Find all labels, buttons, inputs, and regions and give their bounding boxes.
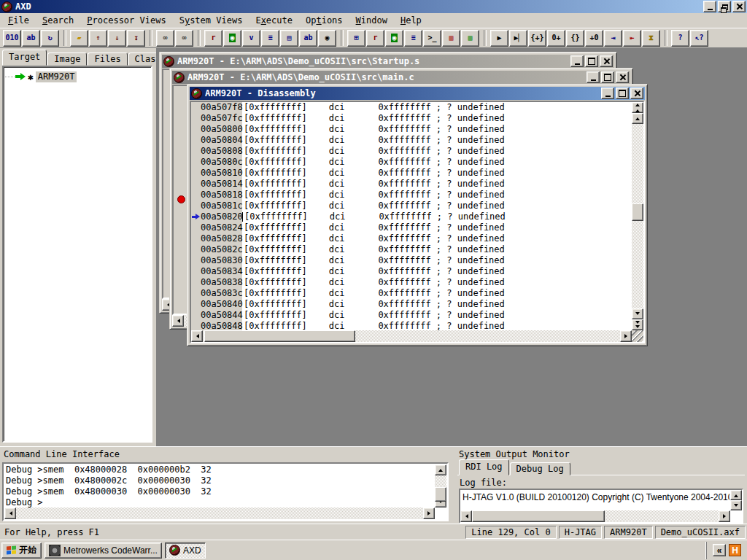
console-button[interactable]: >_ [423, 30, 441, 47]
disassembly-row[interactable]: 00a50808 [0xffffffff] dci 0xffffffff ; ?… [191, 146, 632, 157]
menu-help[interactable]: Help [394, 14, 428, 27]
cli-output[interactable]: Debug >smem 0x48000028 0x000000b2 32Debu… [6, 464, 435, 508]
close-button[interactable] [616, 71, 629, 83]
disassembly-row[interactable]: 00a50800 [0xffffffff] dci 0xffffffff ; ?… [191, 124, 632, 135]
minimize-button[interactable] [601, 88, 614, 99]
disassembly-row[interactable]: 00a50814 [0xffffffff] dci 0xffffffff ; ?… [191, 179, 632, 190]
step-over-button[interactable]: 0+ [547, 30, 565, 47]
horizontal-scrollbar[interactable] [4, 508, 435, 519]
memory-view-button[interactable]: ◉ [385, 30, 403, 47]
scroll-left-button[interactable] [172, 315, 184, 327]
window-disassembly[interactable]: ARM920T - Disassembly 00a507f8 [0xffffff… [187, 84, 648, 346]
scroll-up-button[interactable] [632, 113, 643, 124]
close-button[interactable] [630, 88, 643, 99]
find-button[interactable]: ∞ [156, 30, 174, 47]
disassembly-row[interactable]: 00a50838 [0xffffffff] dci 0xffffffff ; ?… [191, 277, 632, 288]
horizontal-scrollbar[interactable] [191, 330, 632, 342]
scroll-track[interactable] [203, 330, 620, 342]
scroll-thumb[interactable] [204, 330, 355, 342]
disassembly-row[interactable]: 00a50810 [0xffffffff] dci 0xffffffff ; ?… [191, 168, 632, 179]
disassembly-row[interactable]: 00a50848 [0xffffffff] dci 0xffffffff ; ?… [191, 321, 632, 330]
tab-debug-log[interactable]: Debug Log [510, 462, 570, 475]
go-button[interactable]: ▶ [490, 30, 508, 47]
watchpoints-button[interactable]: ▥ [461, 30, 479, 47]
close-button[interactable] [732, 1, 746, 12]
disassembly-row[interactable]: 00a5080c [0xffffffff] dci 0xffffffff ; ?… [191, 157, 632, 168]
scroll-down-button[interactable] [632, 308, 643, 319]
tab-files[interactable]: Files [88, 52, 127, 66]
restore-button[interactable] [718, 1, 731, 12]
target-view-button[interactable]: ⊞ [347, 30, 365, 47]
scroll-up-button[interactable] [435, 464, 446, 475]
scroll-thumb[interactable] [632, 203, 643, 221]
document-icon[interactable] [174, 72, 185, 83]
scroll-right-button[interactable] [719, 510, 730, 522]
scroll-track[interactable] [632, 124, 643, 308]
disassembly-row[interactable]: 00a5082c [0xffffffff] dci 0xffffffff ; ?… [191, 244, 632, 255]
breakpoints-button[interactable]: ▥ [442, 30, 460, 47]
load-image-button[interactable]: ab [22, 30, 40, 47]
menu-execute[interactable]: Execute [249, 14, 299, 27]
document-icon[interactable] [191, 88, 202, 99]
scroll-track[interactable] [472, 510, 719, 522]
toggle-watchpoint-button[interactable]: ⇤ [623, 30, 641, 47]
tab-rdi-log[interactable]: RDI Log [459, 459, 509, 475]
step-button[interactable]: +0 [585, 30, 603, 47]
minimize-button[interactable] [587, 71, 600, 83]
scroll-up-button[interactable] [730, 490, 742, 500]
find-next-button[interactable]: ∞ [175, 30, 193, 47]
scroll-track[interactable] [435, 475, 446, 497]
toggle-breakpoint-button[interactable]: ⇥ [604, 30, 622, 47]
close-button[interactable] [600, 55, 613, 67]
disassembly-row[interactable]: 00a50818 [0xffffffff] dci 0xffffffff ; ?… [191, 190, 632, 201]
step-out-button[interactable]: {} [566, 30, 584, 47]
disassembly-row[interactable]: 00a50824 [0xffffffff] dci 0xffffffff ; ?… [191, 222, 632, 233]
registers-view-button[interactable]: r [366, 30, 384, 47]
tree-item-arm920t[interactable]: ✱ ARM920T [5, 71, 150, 82]
open-file-button[interactable]: ▰ [70, 30, 88, 47]
horizontal-scrollbar[interactable] [460, 510, 730, 522]
tab-image[interactable]: Image [47, 52, 87, 66]
disassembly-row[interactable]: 00a5083c [0xffffffff] dci 0xffffffff ; ?… [191, 288, 632, 299]
menu-search[interactable]: Search [36, 14, 80, 27]
cli-output-box[interactable]: Debug >smem 0x48000028 0x000000b2 32Debu… [2, 462, 449, 521]
disassembly-row[interactable]: 00a5081c [0xffffffff] dci 0xffffffff ; ?… [191, 201, 632, 211]
start-button[interactable]: 开始 [1, 542, 42, 559]
variables-button[interactable]: v [242, 30, 260, 47]
breakpoint-icon[interactable] [177, 195, 185, 203]
context-help-button[interactable]: ↖? [690, 30, 708, 47]
menu-file[interactable]: File [1, 14, 36, 27]
disassembly-row[interactable]: 00a507fc [0xffffffff] dci 0xffffffff ; ?… [191, 113, 632, 124]
tray-expand-button[interactable]: « [713, 544, 726, 556]
disassembly-row[interactable]: 00a50804 [0xffffffff] dci 0xffffffff ; ?… [191, 135, 632, 146]
scroll-thumb[interactable] [472, 510, 605, 522]
resize-grip[interactable] [632, 330, 643, 342]
menu-processor-views[interactable]: Processor Views [80, 14, 172, 27]
help-button[interactable]: ? [671, 30, 689, 47]
vertical-scrollbar[interactable] [632, 102, 643, 330]
load-session-button[interactable]: ⇑ [89, 30, 107, 47]
stop-button[interactable]: ⧗ [642, 30, 660, 47]
disassembly-row[interactable]: 00a50840 [0xffffffff] dci 0xffffffff ; ?… [191, 299, 632, 310]
minimize-button[interactable] [703, 1, 716, 12]
search-memory-button[interactable]: ◉ [318, 30, 336, 47]
window-startup-title-bar[interactable]: ARM920T - E:\ARM\ADS\Demo_uCOSII\src\Sta… [162, 55, 614, 68]
task-metrowerks[interactable]: Metrowerks CodeWarr... [44, 542, 162, 559]
target-tree[interactable]: ✱ ARM920T [2, 66, 152, 443]
document-icon[interactable] [163, 56, 174, 67]
maximize-button[interactable] [601, 71, 614, 83]
watch-button[interactable]: ≡ [261, 30, 279, 47]
scroll-right-button[interactable] [423, 508, 435, 519]
disassembly-row[interactable]: 00a50834 [0xffffffff] dci 0xffffffff ; ?… [191, 266, 632, 277]
reload-current-image-button[interactable]: ↻ [41, 30, 59, 47]
flash-download-button[interactable]: ↧ [127, 30, 145, 47]
window-disassembly-title-bar[interactable]: ARM920T - Disassembly [190, 87, 645, 100]
app-icon[interactable] [1, 1, 12, 12]
disassembly-row[interactable]: 00a50820 [0xffffffff] dci 0xffffffff ; ?… [191, 211, 632, 222]
locals-button[interactable]: ab [299, 30, 317, 47]
menu-options[interactable]: Options [299, 14, 349, 27]
maximize-button[interactable] [616, 88, 629, 99]
window-main-title-bar[interactable]: ARM920T - E:\ARM\ADS\Demo_uCOSII\src\mai… [172, 71, 630, 84]
vertical-scrollbar[interactable] [730, 490, 742, 510]
scroll-left-button[interactable] [191, 330, 203, 342]
